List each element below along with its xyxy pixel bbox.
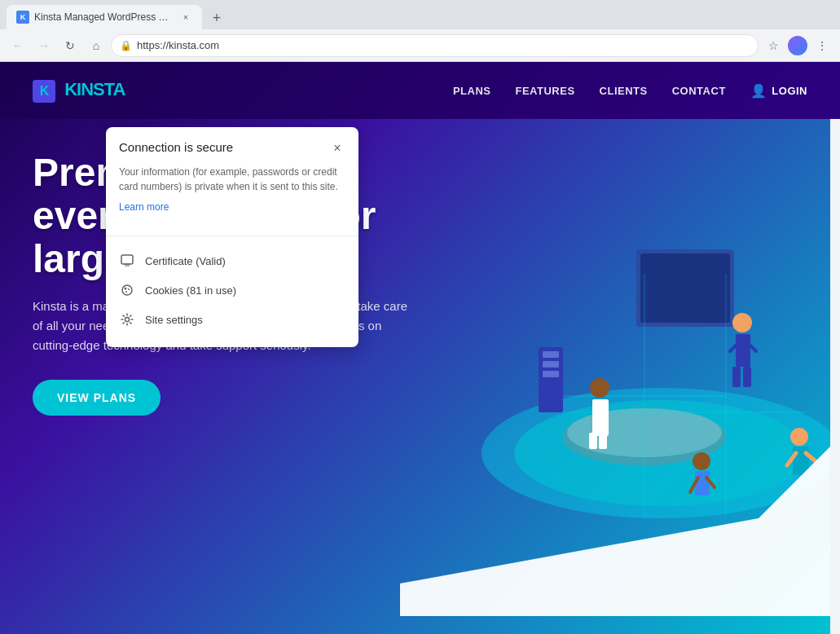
svg-point-37 <box>128 288 130 290</box>
svg-point-36 <box>125 288 127 290</box>
user-profile-button[interactable] <box>786 34 809 57</box>
popup-close-button[interactable]: × <box>329 140 345 156</box>
website-content: K KINSTA PLANS FEATURES CLIENTS CONTACT … <box>0 62 840 634</box>
new-tab-button[interactable]: + <box>205 7 228 29</box>
nav-bar: ← → ↻ ⌂ 🔒 https://kinsta.com ☆ ⋮ <box>0 29 840 62</box>
scrollbar[interactable] <box>830 62 840 634</box>
hero-illustration <box>400 111 840 616</box>
url-display: https://kinsta.com <box>137 39 750 51</box>
svg-rect-34 <box>125 263 130 266</box>
popup-title: Connection is secure <box>119 140 233 154</box>
svg-rect-6 <box>543 361 559 368</box>
cookies-label: Cookies (81 in use) <box>145 284 236 297</box>
lock-icon: 🔒 <box>120 40 132 51</box>
home-button[interactable]: ⌂ <box>85 34 108 57</box>
tab-title: Kinsta Managed WordPress Hos… <box>34 11 174 23</box>
kinsta-logo: K KINSTA <box>33 79 125 103</box>
cookies-item[interactable]: Cookies (81 in use) <box>119 275 345 305</box>
back-button[interactable]: ← <box>7 34 29 57</box>
svg-rect-18 <box>732 367 741 387</box>
popup-description: Your information (for example, passwords… <box>119 165 345 194</box>
popup-divider <box>106 236 358 236</box>
logo-text: KINSTA <box>64 79 125 99</box>
certificate-icon <box>119 253 135 269</box>
bookmark-button[interactable]: ☆ <box>762 34 785 57</box>
nav-features[interactable]: FEATURES <box>516 85 575 97</box>
learn-more-link[interactable]: Learn more <box>119 201 169 213</box>
svg-point-24 <box>790 428 808 446</box>
svg-point-28 <box>693 452 710 470</box>
user-avatar <box>788 36 807 55</box>
svg-point-14 <box>732 313 752 332</box>
omnibox[interactable]: 🔒 https://kinsta.com <box>111 34 759 57</box>
site-settings-item[interactable]: Site settings <box>119 305 345 334</box>
forward-button[interactable]: → <box>33 34 55 57</box>
nav-clients[interactable]: CLIENTS <box>600 85 648 97</box>
svg-rect-29 <box>695 471 710 495</box>
svg-rect-19 <box>743 367 751 387</box>
cookies-icon <box>119 282 135 298</box>
svg-rect-9 <box>640 253 730 323</box>
certificate-item[interactable]: Certificate (Valid) <box>119 246 345 275</box>
svg-point-38 <box>125 291 127 293</box>
svg-rect-15 <box>736 334 750 367</box>
security-popup: Connection is secure × Your information … <box>106 127 358 347</box>
site-header: K KINSTA PLANS FEATURES CLIENTS CONTACT … <box>0 62 840 119</box>
tab-bar: K Kinsta Managed WordPress Hos… × + <box>0 0 840 29</box>
nav-contact[interactable]: CONTACT <box>672 85 726 97</box>
settings-icon <box>119 311 135 328</box>
login-button[interactable]: 👤 LOGIN <box>750 83 807 99</box>
close-tab-button[interactable]: × <box>179 11 192 24</box>
svg-rect-5 <box>543 351 559 358</box>
svg-point-35 <box>122 285 132 295</box>
certificate-label: Certificate (Valid) <box>145 255 226 267</box>
tab-favicon: K <box>16 11 29 24</box>
svg-rect-21 <box>592 399 609 436</box>
active-tab[interactable]: K Kinsta Managed WordPress Hos… × <box>7 5 202 29</box>
reload-button[interactable]: ↻ <box>59 34 81 57</box>
site-settings-label: Site settings <box>145 314 203 326</box>
svg-rect-33 <box>121 255 133 264</box>
view-plans-button[interactable]: VIEW PLANS <box>33 380 161 416</box>
popup-header: Connection is secure × <box>119 140 345 156</box>
site-nav: PLANS FEATURES CLIENTS CONTACT 👤 LOGIN <box>453 83 807 99</box>
login-label: LOGIN <box>772 85 807 97</box>
svg-point-20 <box>590 378 609 398</box>
nav-actions: ☆ ⋮ <box>762 34 833 57</box>
svg-rect-23 <box>599 433 607 449</box>
svg-point-39 <box>125 318 130 322</box>
chrome-menu-button[interactable]: ⋮ <box>811 34 833 57</box>
nav-plans[interactable]: PLANS <box>453 85 491 97</box>
omnibox-wrapper: 🔒 https://kinsta.com <box>111 34 759 57</box>
login-icon: 👤 <box>750 83 767 99</box>
svg-rect-7 <box>543 371 559 377</box>
logo-k: K <box>33 80 55 103</box>
svg-rect-22 <box>589 433 597 449</box>
